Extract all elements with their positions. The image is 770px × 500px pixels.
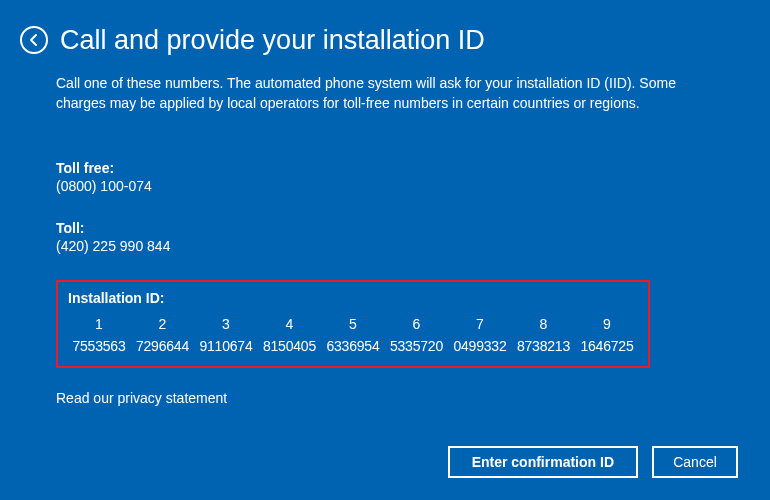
iid-group: 5 6336954 (322, 316, 384, 354)
toll-label: Toll: (56, 220, 714, 236)
toll-number: (420) 225 990 844 (56, 238, 714, 254)
iid-value: 7553563 (68, 338, 130, 354)
iid-value: 8738213 (513, 338, 575, 354)
iid-group: 2 7296644 (132, 316, 194, 354)
installation-id-box: Installation ID: 1 7553563 2 7296644 3 9… (56, 280, 650, 368)
iid-value: 6336954 (322, 338, 384, 354)
iid-index: 9 (576, 316, 638, 332)
iid-index: 4 (259, 316, 321, 332)
iid-group: 9 1646725 (576, 316, 638, 354)
iid-index: 6 (386, 316, 448, 332)
iid-value: 1646725 (576, 338, 638, 354)
iid-group: 3 9110674 (195, 316, 257, 354)
iid-group: 7 0499332 (449, 316, 511, 354)
installation-id-label: Installation ID: (68, 290, 638, 306)
description-text: Call one of these numbers. The automated… (56, 74, 714, 113)
iid-index: 3 (195, 316, 257, 332)
iid-index: 7 (449, 316, 511, 332)
iid-value: 9110674 (195, 338, 257, 354)
iid-value: 8150405 (259, 338, 321, 354)
iid-index: 2 (132, 316, 194, 332)
iid-value: 7296644 (132, 338, 194, 354)
privacy-statement-link[interactable]: Read our privacy statement (56, 390, 227, 406)
iid-group: 8 8738213 (513, 316, 575, 354)
iid-value: 5335720 (386, 338, 448, 354)
arrow-left-icon (27, 33, 41, 47)
iid-group: 6 5335720 (386, 316, 448, 354)
iid-index: 5 (322, 316, 384, 332)
iid-group: 4 8150405 (259, 316, 321, 354)
page-title: Call and provide your installation ID (60, 24, 485, 56)
iid-group: 1 7553563 (68, 316, 130, 354)
toll-free-number: (0800) 100-074 (56, 178, 714, 194)
iid-index: 8 (513, 316, 575, 332)
cancel-button[interactable]: Cancel (652, 446, 738, 478)
iid-index: 1 (68, 316, 130, 332)
enter-confirmation-id-button[interactable]: Enter confirmation ID (448, 446, 638, 478)
back-button[interactable] (20, 26, 48, 54)
iid-value: 0499332 (449, 338, 511, 354)
toll-free-label: Toll free: (56, 160, 714, 176)
